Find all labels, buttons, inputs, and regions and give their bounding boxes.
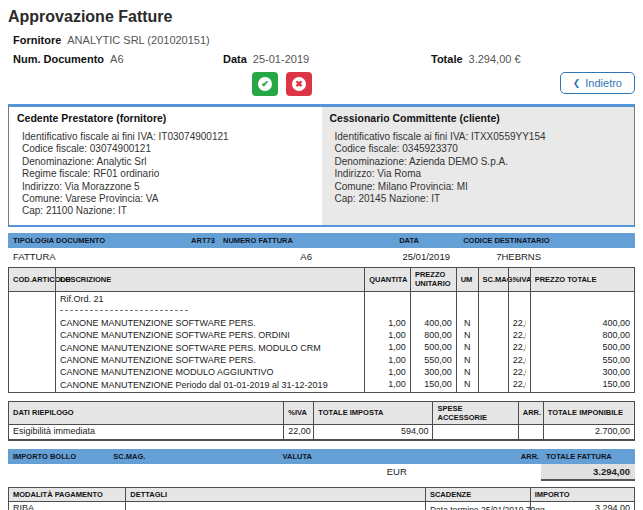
riepilogo-col-spese: SPESE ACCESSORIE [432,401,517,425]
chevron-left-icon: ❮ [573,79,581,88]
approve-reject-group: ✔ ✖ [252,72,312,96]
tipologia-header: TIPOLOGIA DOCUMENTO [8,236,186,245]
item-cell: N [461,317,474,329]
riepilogo-col-arr: ARR. [518,401,543,425]
item-cell: N [461,378,474,390]
item-cell: CANONE MANUTENZIONE SOFTWARE PERS. [60,317,360,329]
actions-row: ✔ ✖ ❮ Indietro [8,72,635,100]
detail-line: Denominazione: Analytic Srl [22,156,314,168]
art73-value [186,251,218,262]
item-cell: 500,00 [415,341,452,353]
item-cell: 22,00 [513,317,526,329]
fornitore-label: Fornitore [13,34,61,46]
totale-imponibile-value: 2.700,00 [543,425,635,440]
item-cell: 150,00 [535,378,630,390]
pagamento-header: MODALITÀ PAGAMENTO DETTAGLI SCADENZE IMP… [8,487,635,502]
item-cell: CANONE MANUTENZIONE Periodo dal 01-01-20… [60,379,360,391]
rif-ord: Rif.Ord. 21 [60,293,360,305]
riepilogo-col-imposta: TOTALE IMPOSTA [313,401,432,425]
item-cell: 1,00 [369,378,406,390]
num-documento: Num. Documento A6 [13,53,223,65]
item-cell: 400,00 [535,317,630,329]
detail-line: Comune: Milano Provincia: MI [335,181,627,193]
reject-button[interactable]: ✖ [286,72,312,96]
num-documento-value: A6 [110,53,123,65]
item-cell: 300,00 [415,366,452,378]
scadenze-cell: Data termine 25/01/2019 70gg Data scaden… [425,502,530,510]
data-header: DATA [394,236,458,245]
fornitore-row: Fornitore ANALYTIC SRL (201020151) [13,34,635,46]
num-documento-label: Num. Documento [13,53,104,65]
dettagli-value [125,502,425,510]
totale-fattura-value: 3.294,00 [541,464,635,481]
item-cell: 400,00 [415,317,452,329]
items-col-cod [8,292,55,393]
col-quantita: QUANTITA [364,267,410,292]
data-value: 25-01-2019 [253,53,309,65]
item-cell: 550,00 [535,354,630,366]
spese-accessorie-value [432,425,517,440]
data-value-doc: 25/01/2019 [394,251,458,262]
documento-header-band: TIPOLOGIA DOCUMENTO ART73 NUMERO FATTURA… [8,233,635,248]
detail-line: Denominazione: Azienda DEMO S.p.A. [335,156,627,168]
item-cell: 300,00 [535,366,630,378]
items-col-prezzo-totale: 400,00800,00500,00550,00300,00150,00 [530,292,635,393]
data-label: Data [223,53,247,65]
detail-line: Indirizzo: Via Roma [335,168,627,180]
page-title: Approvazione Fatture [8,8,635,26]
detail-line: Cap: 20145 Nazione: IT [335,193,627,205]
item-cell: 150,00 [415,378,452,390]
detail-line: Codice fiscale: 0345923370 [335,143,627,155]
item-cell: 22,00 [513,366,526,378]
item-cell: 1,00 [369,329,406,341]
pagamento-table: MODALITÀ PAGAMENTO DETTAGLI SCADENZE IMP… [8,487,635,510]
pagamento-row: RIBA Data termine 25/01/2019 70gg Data s… [8,502,635,510]
codice-destinatario-value: 7HEBRNS [458,251,635,262]
riepilogo-row: Esigibilità immediata 22,00 594,00 2.700… [8,425,635,440]
tipologia-value: FATTURA [8,251,186,262]
data-documento: Data 25-01-2019 [223,53,431,65]
rif-ord-separator [60,310,188,311]
modalita-pagamento-header: MODALITÀ PAGAMENTO [8,487,125,502]
esigibilita-value: Esigibilità immediata [8,425,283,440]
scadenza-termine: Data termine 25/01/2019 70gg [430,503,526,510]
totale-label: Totale [431,53,463,65]
item-cell: 22,00 [513,329,526,341]
detail-line: Regime fiscale: RF01 ordinario [22,168,314,180]
numero-fattura-value: A6 [218,251,394,262]
col-sc-mag: SC.MAG. [478,267,508,292]
item-cell: CANONE MANUTENZIONE MODULO AGGIUNTIVO [60,366,360,378]
item-cell: 800,00 [415,329,452,341]
item-cell: N [461,341,474,353]
items-col-quantita: 1,001,001,001,001,001,00 [364,292,410,393]
col-um: UM [456,267,478,292]
cross-icon: ✖ [292,77,306,91]
items-col-um: NNNNNN [456,292,478,393]
item-cell: 22,00 [513,378,526,390]
item-cell: 1,00 [369,354,406,366]
items-col-iva: 22,0022,0022,0022,0022,0022,00 [508,292,530,393]
riepilogo-table: DATI RIEPILOGO %IVA TOTALE IMPOSTA SPESE… [8,401,635,441]
detail-line: Codice fiscale: 03074900121 [22,143,314,155]
col-prezzo-totale: PREZZO TOTALE [530,267,635,292]
approve-button[interactable]: ✔ [252,72,278,96]
bollo-header-band: IMPORTO BOLLO SC.MAG. VALUTA ARR. TOTALE… [8,449,635,464]
importo-header: IMPORTO [530,487,635,502]
items-col-sc-mag [478,292,508,393]
detail-line: Indirizzo: Via Morazzone 5 [22,181,314,193]
bollo-values-row: EUR 3.294,00 [8,464,635,481]
item-cell: 1,00 [369,366,406,378]
item-cell: 22,00 [513,341,526,353]
valuta-value: EUR [278,464,516,481]
back-button-top[interactable]: ❮ Indietro [560,72,635,94]
item-cell: 550,00 [415,354,452,366]
item-cell: 22,00 [513,354,526,366]
bollo-arr-value [516,464,541,481]
importo-bollo-value [8,464,108,481]
col-prezzo-unitario: PREZZO UNITARIO [410,267,456,292]
riepilogo-iva-value: 22,00 [283,425,313,440]
items-col-descrizione: Rif.Ord. 21 CANONE MANUTENZIONE SOFTWARE… [55,292,364,393]
sc-mag-value [108,464,277,481]
items-table-header: COD.ARTICOLO DESCRIZIONE QUANTITA PREZZO… [8,267,635,292]
cedente-box: Cedente Prestatore (fornitore) Identific… [9,107,322,225]
